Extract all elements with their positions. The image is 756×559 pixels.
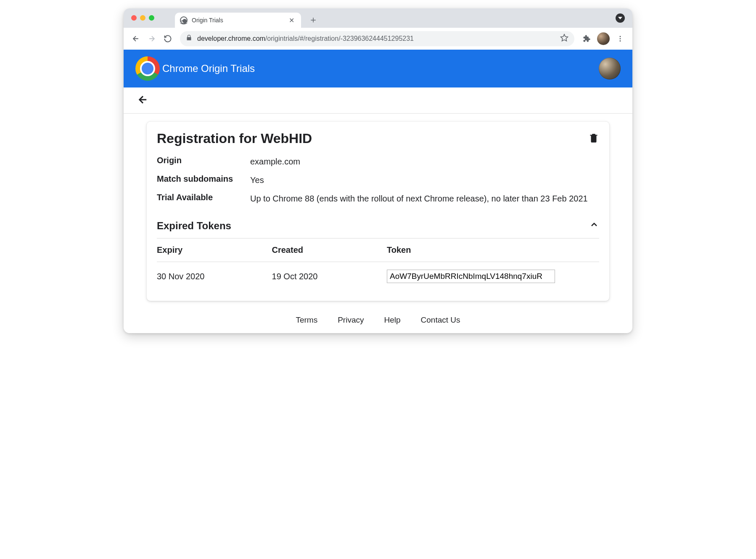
cell-token bbox=[387, 262, 599, 291]
expired-tokens-header[interactable]: Expired Tokens bbox=[157, 220, 599, 238]
active-tab[interactable]: Origin Trials ✕ bbox=[175, 13, 301, 28]
new-tab-button[interactable]: ＋ bbox=[307, 13, 320, 26]
footer-contact-link[interactable]: Contact Us bbox=[421, 315, 460, 325]
back-button[interactable] bbox=[129, 32, 143, 46]
globe-icon bbox=[180, 16, 188, 24]
chrome-menu-button[interactable] bbox=[613, 32, 627, 46]
col-token: Token bbox=[387, 238, 599, 262]
maximize-window-button[interactable] bbox=[149, 15, 154, 21]
origin-value: example.com bbox=[250, 156, 599, 167]
registration-card: Registration for WebHID Origin example.c… bbox=[146, 121, 610, 301]
col-expiry: Expiry bbox=[157, 238, 272, 262]
close-tab-button[interactable]: ✕ bbox=[287, 16, 296, 25]
address-bar[interactable]: developer.chrome.com/origintrials/#/regi… bbox=[180, 31, 574, 46]
table-row: 30 Nov 2020 19 Oct 2020 bbox=[157, 262, 599, 291]
bookmark-star-icon[interactable] bbox=[560, 34, 568, 44]
url-text: developer.chrome.com/origintrials/#/regi… bbox=[197, 35, 555, 42]
forward-button[interactable] bbox=[145, 32, 159, 46]
delete-button[interactable] bbox=[588, 132, 599, 145]
subdomains-label: Match subdomains bbox=[157, 174, 237, 186]
profile-avatar-toolbar[interactable] bbox=[597, 32, 610, 45]
minimize-window-button[interactable] bbox=[140, 15, 145, 21]
collapse-toggle[interactable] bbox=[589, 220, 599, 232]
tokens-table: Expiry Created Token 30 Nov 2020 19 Oct … bbox=[157, 238, 599, 291]
field-subdomains: Match subdomains Yes bbox=[157, 174, 599, 186]
tab-strip: Origin Trials ✕ ＋ bbox=[124, 8, 632, 28]
col-created: Created bbox=[272, 238, 387, 262]
profile-avatar-header[interactable] bbox=[599, 58, 621, 79]
svg-point-3 bbox=[620, 40, 621, 41]
origin-label: Origin bbox=[157, 156, 237, 167]
window-controls bbox=[131, 15, 154, 21]
svg-marker-0 bbox=[561, 34, 568, 41]
footer-terms-link[interactable]: Terms bbox=[296, 315, 317, 325]
page-header-title: Chrome Origin Trials bbox=[162, 63, 255, 74]
expired-tokens-title: Expired Tokens bbox=[157, 220, 231, 232]
footer-help-link[interactable]: Help bbox=[384, 315, 400, 325]
subdomains-value: Yes bbox=[250, 174, 599, 186]
browser-toolbar: developer.chrome.com/origintrials/#/regi… bbox=[124, 28, 632, 50]
back-nav-row bbox=[124, 87, 632, 114]
tab-search-button[interactable] bbox=[616, 13, 625, 23]
lock-icon bbox=[186, 34, 192, 42]
field-trial-available: Trial Available Up to Chrome 88 (ends wi… bbox=[157, 193, 599, 204]
cell-created: 19 Oct 2020 bbox=[272, 262, 387, 291]
tab-title: Origin Trials bbox=[192, 17, 283, 24]
url-path: /origintrials/#/registration/-3239636244… bbox=[265, 35, 414, 42]
field-origin: Origin example.com bbox=[157, 156, 599, 167]
trial-value: Up to Chrome 88 (ends with the rollout o… bbox=[250, 193, 599, 204]
svg-point-1 bbox=[620, 36, 621, 37]
footer-privacy-link[interactable]: Privacy bbox=[338, 315, 364, 325]
card-title: Registration for WebHID bbox=[157, 131, 312, 146]
extensions-button[interactable] bbox=[579, 32, 594, 46]
page-footer: Terms Privacy Help Contact Us bbox=[124, 301, 632, 333]
browser-window: Origin Trials ✕ ＋ developer.chrome.com/o… bbox=[124, 8, 632, 333]
cell-expiry: 30 Nov 2020 bbox=[157, 262, 272, 291]
trash-icon bbox=[588, 132, 599, 143]
page-header: Chrome Origin Trials bbox=[124, 50, 632, 87]
chevron-up-icon bbox=[589, 220, 599, 230]
close-window-button[interactable] bbox=[131, 15, 137, 21]
url-host: developer.chrome.com bbox=[197, 35, 265, 42]
token-value-input[interactable] bbox=[387, 270, 555, 283]
trial-label: Trial Available bbox=[157, 193, 237, 204]
chrome-logo-icon bbox=[135, 56, 160, 81]
reload-button[interactable] bbox=[161, 32, 175, 46]
svg-point-2 bbox=[620, 38, 621, 39]
page-back-button[interactable] bbox=[137, 94, 149, 107]
